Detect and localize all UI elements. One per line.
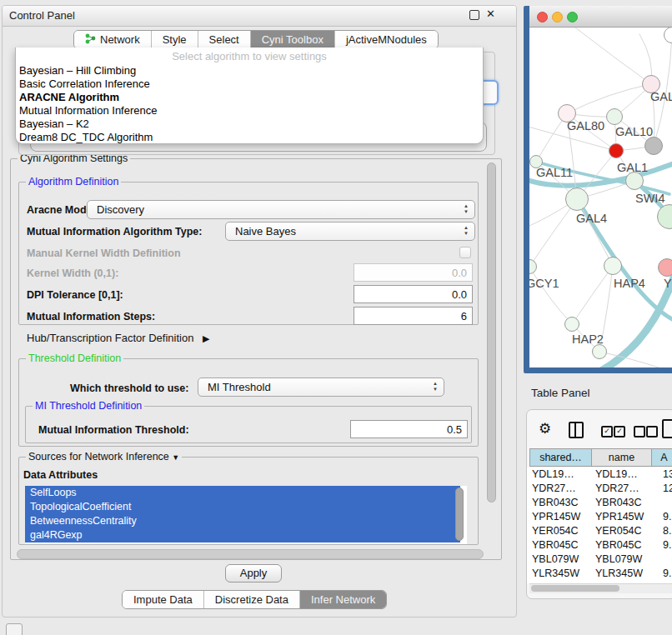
tab-label: Style bbox=[163, 33, 187, 46]
mi-type-select[interactable]: Naive Bayes ▲▼ bbox=[225, 222, 475, 241]
tab-jactivemnodules[interactable]: jActiveMNodules bbox=[335, 31, 438, 48]
dropdown-item-dream8-dc-tdc-algorithm[interactable]: Dream8 DC_TDC Algorithm bbox=[16, 131, 483, 144]
attribute-item-topologicalcoefficient[interactable]: TopologicalCoefficient bbox=[25, 500, 460, 514]
manual-kernel-checkbox[interactable] bbox=[459, 247, 471, 258]
table-row[interactable]: YER054CYER054C8. bbox=[527, 524, 672, 538]
column-header-name[interactable]: name bbox=[592, 448, 652, 467]
network-canvas[interactable]: GAL2GAL80GAL10GAL1GAL11SWI4GAL4GCY1HAP4Y… bbox=[529, 28, 672, 368]
network-node[interactable] bbox=[644, 137, 663, 155]
columns-icon[interactable] bbox=[569, 422, 584, 438]
algorithm-definition-legend: Algorithm Definition bbox=[26, 176, 121, 188]
dropdown-items: Bayesian – Hill ClimbingBasic Correlatio… bbox=[16, 64, 483, 144]
expand-right-icon[interactable]: ▶ bbox=[203, 333, 209, 343]
node-label-y: Y bbox=[664, 277, 672, 290]
mac-minimize-button[interactable] bbox=[552, 12, 563, 22]
combo-stepper-icon: ▲▼ bbox=[431, 381, 439, 392]
which-threshold-label: Which threshold to use: bbox=[70, 382, 188, 394]
network-node-gal10[interactable] bbox=[606, 108, 623, 125]
checked-box-icon[interactable]: ✓ bbox=[614, 426, 625, 438]
dropdown-item-bayesian-k2[interactable]: Bayesian – K2 bbox=[16, 118, 483, 131]
network-node-gal1[interactable] bbox=[609, 143, 624, 158]
table-cell: 13 bbox=[652, 468, 672, 482]
list-vscrollbar[interactable] bbox=[455, 488, 464, 541]
dropdown-item-aracne-algorithm[interactable]: ARACNE Algorithm bbox=[16, 91, 483, 104]
table-panel-title: Table Panel bbox=[531, 387, 590, 399]
table-row[interactable]: YDL19…YDL19…13 bbox=[527, 468, 672, 482]
algorithm-dropdown: Select algorithm to view settings Bayesi… bbox=[15, 48, 484, 144]
tab-label: Cyni Toolbox bbox=[262, 33, 323, 46]
network-node-hap2[interactable] bbox=[564, 317, 579, 332]
settings-vscrollbar[interactable] bbox=[487, 162, 496, 502]
mi-threshold-legend: MI Threshold Definition bbox=[33, 400, 144, 412]
checked-box-icon[interactable]: ✓ bbox=[601, 426, 613, 438]
table-row[interactable]: YBL079WYBL079W bbox=[527, 552, 672, 567]
network-node-swi4[interactable] bbox=[625, 172, 644, 190]
tab-infer-network[interactable]: Infer Network bbox=[300, 591, 386, 608]
tab-impute-data[interactable]: Impute Data bbox=[123, 591, 204, 608]
table-row[interactable]: YDR27…YDR27…12 bbox=[527, 482, 672, 496]
apply-button[interactable]: Apply bbox=[225, 564, 282, 582]
mac-close-button[interactable] bbox=[537, 12, 548, 22]
hub-definition-label: Hub/Transcription Factor Definition bbox=[27, 332, 193, 344]
table-cell: YPR145W bbox=[592, 510, 652, 524]
table-cell: YDL19… bbox=[592, 468, 652, 482]
table-hscrollbar-thumb[interactable] bbox=[531, 585, 619, 592]
attribute-item-betweennesscentrality[interactable]: BetweennessCentrality bbox=[25, 514, 460, 528]
network-node-gal4[interactable] bbox=[565, 188, 589, 211]
column-header-a[interactable]: A bbox=[652, 448, 672, 467]
table-row[interactable]: YBR045CYBR045C9. bbox=[527, 538, 672, 552]
document-icon[interactable] bbox=[662, 419, 672, 438]
dropdown-hint: Select algorithm to view settings bbox=[16, 49, 483, 64]
network-node-y[interactable] bbox=[658, 258, 672, 277]
table-cell: YDR27… bbox=[527, 482, 592, 496]
collapse-down-icon[interactable]: ▼ bbox=[172, 453, 179, 462]
mi-type-label: Mutual Information Algorithm Type: bbox=[27, 226, 202, 238]
network-icon bbox=[85, 33, 96, 47]
tab-select[interactable]: Select bbox=[198, 31, 251, 48]
hub-definition-expander[interactable]: Hub/Transcription Factor Definition ▶ bbox=[27, 332, 209, 344]
dropdown-item-bayesian-hill-climbing[interactable]: Bayesian – Hill Climbing bbox=[16, 64, 483, 78]
kernel-width-field[interactable]: 0.0 bbox=[354, 263, 473, 282]
dropdown-item-mutual-information-inference[interactable]: Mutual Information Inference bbox=[16, 104, 483, 118]
corner-button[interactable] bbox=[6, 623, 23, 635]
unchecked-box-icon[interactable] bbox=[634, 426, 645, 438]
settings-hscrollbar[interactable] bbox=[17, 549, 484, 559]
manual-kernel-label: Manual Kernel Width Definition bbox=[27, 248, 181, 259]
float-window-icon[interactable] bbox=[469, 10, 479, 20]
unchecked-box-icon[interactable] bbox=[646, 426, 658, 438]
which-threshold-select[interactable]: MI Threshold ▲▼ bbox=[198, 378, 444, 397]
window-title: Control Panel bbox=[9, 9, 75, 22]
network-node-hap4[interactable] bbox=[604, 257, 622, 275]
dpi-tolerance-field[interactable]: 0.0 bbox=[354, 285, 473, 303]
tab-label: Impute Data bbox=[133, 593, 193, 606]
mi-steps-field[interactable]: 6 bbox=[354, 307, 473, 325]
network-node[interactable] bbox=[592, 344, 607, 359]
close-icon[interactable]: ✕ bbox=[486, 8, 495, 20]
threshold-definition-legend: Threshold Definition bbox=[26, 352, 123, 365]
table-cell: YBL079W bbox=[527, 552, 592, 567]
mi-threshold-field[interactable]: 0.5 bbox=[350, 420, 468, 438]
kernel-width-label: Kernel Width (0,1): bbox=[27, 268, 118, 279]
mi-type-value: Naive Bayes bbox=[235, 222, 296, 240]
network-window-titlebar[interactable] bbox=[529, 6, 672, 28]
data-attributes-list: SelfLoopsTopologicalCoefficientBetweenne… bbox=[25, 486, 467, 544]
table-row[interactable]: YLR345WYLR345W9. bbox=[527, 567, 672, 581]
dropdown-item-basic-correlation-inference[interactable]: Basic Correlation Inference bbox=[16, 78, 483, 91]
table-row[interactable]: YBR043CYBR043C bbox=[527, 496, 672, 510]
tab-network[interactable]: Network bbox=[74, 31, 152, 48]
table-cell: YBR043C bbox=[527, 496, 592, 510]
attribute-item-selfloops[interactable]: SelfLoops bbox=[25, 486, 460, 500]
node-label-gal10: GAL10 bbox=[615, 125, 653, 138]
mac-zoom-button[interactable] bbox=[567, 12, 578, 22]
tab-discretize-data[interactable]: Discretize Data bbox=[204, 591, 300, 608]
attribute-item-gal4rgexp[interactable]: gal4RGexp bbox=[25, 528, 460, 542]
table-row[interactable]: YPR145WYPR145W9. bbox=[527, 510, 672, 524]
tab-style[interactable]: Style bbox=[152, 31, 198, 48]
aracne-mode-select[interactable]: Discovery ▲▼ bbox=[87, 200, 475, 219]
node-label-gal2: GAL2 bbox=[650, 90, 672, 103]
column-header-shared-[interactable]: shared… bbox=[529, 448, 592, 467]
mi-steps-label: Mutual Information Steps: bbox=[27, 311, 155, 322]
tab-cyni-toolbox[interactable]: Cyni Toolbox bbox=[251, 31, 335, 48]
gear-icon[interactable]: ⚙ bbox=[539, 420, 551, 438]
tab-label: Network bbox=[100, 33, 140, 46]
